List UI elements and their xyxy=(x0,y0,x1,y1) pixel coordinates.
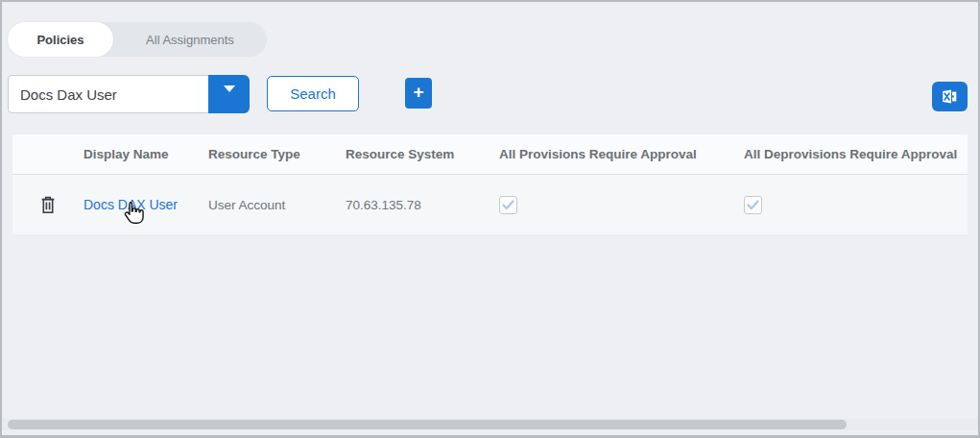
table-header-row: Display Name Resource Type Resource Syst… xyxy=(12,134,968,175)
policy-filter-group xyxy=(8,75,250,113)
header-resource-type: Resource Type xyxy=(208,147,346,161)
policy-display-name-link[interactable]: Docs DAX User xyxy=(84,197,178,212)
policies-table: Display Name Resource Type Resource Syst… xyxy=(12,134,968,234)
tab-policies-label: Policies xyxy=(36,33,84,47)
delete-policy-button[interactable] xyxy=(37,194,59,216)
add-policy-button[interactable]: + xyxy=(405,78,432,109)
tab-all-assignments[interactable]: All Assignments xyxy=(113,22,267,57)
policies-screen: Policies All Assignments Search + Displa… xyxy=(0,0,980,438)
all-provisions-checkbox[interactable] xyxy=(499,196,517,214)
header-resource-system: Resource System xyxy=(346,147,495,161)
horizontal-scrollbar-thumb[interactable] xyxy=(8,420,847,429)
table-row: Docs DAX User User Account 70.63.135.78 xyxy=(12,175,968,234)
checkmark-icon xyxy=(502,200,514,210)
tab-policies[interactable]: Policies xyxy=(8,22,113,57)
resource-type-cell: User Account xyxy=(208,198,346,212)
all-deprovisions-checkbox[interactable] xyxy=(744,196,762,214)
chevron-down-icon xyxy=(224,85,235,92)
header-display-name: Display Name xyxy=(84,147,208,161)
policy-filter-input[interactable] xyxy=(8,75,208,113)
tab-all-assignments-label: All Assignments xyxy=(146,33,234,47)
resource-system-cell: 70.63.135.78 xyxy=(346,198,495,212)
checkmark-icon xyxy=(747,200,759,210)
excel-icon xyxy=(940,87,960,106)
header-all-provisions: All Provisions Require Approval xyxy=(495,147,737,161)
filter-dropdown-button[interactable] xyxy=(208,75,250,113)
search-button[interactable]: Search xyxy=(267,76,359,111)
horizontal-scrollbar-track[interactable] xyxy=(2,419,978,430)
trash-icon xyxy=(39,196,57,214)
header-all-deprovisions: All Deprovisions Require Approval xyxy=(737,147,968,161)
export-excel-button[interactable] xyxy=(932,82,968,111)
tab-bar: Policies All Assignments xyxy=(8,22,267,57)
